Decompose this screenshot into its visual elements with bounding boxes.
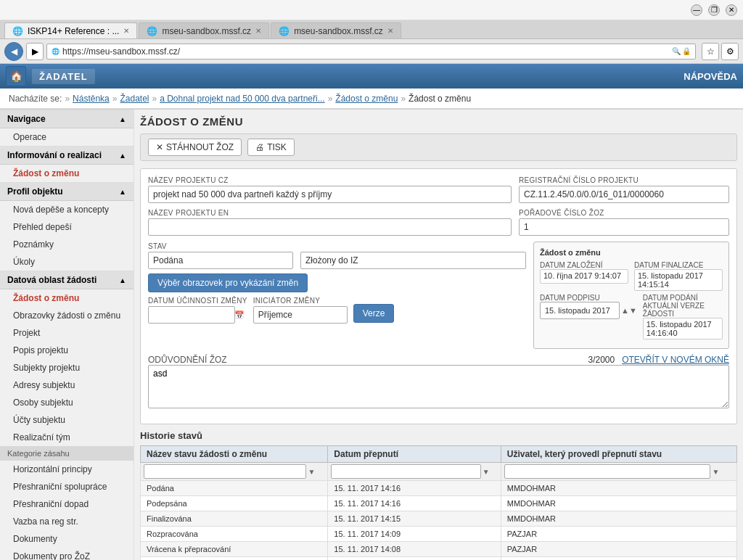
sidebar-item-dokumenty-zoz[interactable]: Dokumenty pro ŽoZ xyxy=(0,548,134,560)
sidebar-item-zadost-o-zmenu-2[interactable]: Žádost o změnu xyxy=(0,289,134,307)
sidebar-item-projekt[interactable]: Projekt xyxy=(0,324,134,342)
cell-stav: Podepsána xyxy=(141,496,328,511)
sidebar-item-ukoly[interactable]: Úkoly xyxy=(0,253,134,271)
sidebar-item-realizacni-tym[interactable]: Realizační tým xyxy=(0,429,134,446)
maximize-btn[interactable]: ❐ xyxy=(708,4,720,16)
tab-favicon-2: 🌐 xyxy=(279,26,290,36)
stav-iz-input[interactable] xyxy=(300,252,526,269)
history-title: Historie stavů xyxy=(140,430,737,441)
sidebar-section-profil-label: Profil objektu xyxy=(7,186,63,197)
col-uzivatel-label: Uživatel, který provedl přepnutí stavu xyxy=(507,449,662,459)
form-row-1: NÁZEV PROJEKTU CZ REGISTRAČNÍ ČÍSLO PROJ… xyxy=(148,176,729,203)
tab-close-1[interactable]: ✕ xyxy=(255,27,261,35)
registracni-cislo-input[interactable] xyxy=(519,186,729,203)
breadcrumb-link-0[interactable]: Nástěnka xyxy=(73,94,110,104)
forward-button[interactable]: ▶ xyxy=(26,43,44,60)
datum-ucinnosti-input[interactable] xyxy=(148,306,235,324)
vyber-obrazovek-button[interactable]: Výběr obrazovek pro vykázání změn xyxy=(148,273,308,292)
browser-address-toolbar: ◀ ▶ 🌐 https://mseu-sandbox.mssf.cz/ 🔍 🔒 … xyxy=(0,39,743,64)
history-section: Historie stavů Název stavu žádosti o změ… xyxy=(140,430,737,560)
sidebar-item-poznamky[interactable]: Poznámky xyxy=(0,236,134,253)
initiator-label: INICIÁTOR ZMĚNY xyxy=(253,297,348,305)
stav-section: STAV Výběr obrazovek pro vykázání změn xyxy=(148,242,526,349)
minimize-btn[interactable]: — xyxy=(691,4,702,16)
stav-input[interactable] xyxy=(148,252,293,269)
form-row-2: NÁZEV PROJEKTU EN POŘADOVÉ ČÍSLO ŽOZ xyxy=(148,209,729,236)
filter-uzivatel-input[interactable] xyxy=(504,464,711,479)
sidebar-item-vazba-reg[interactable]: Vazba na reg str. xyxy=(0,513,134,530)
stahnou-zoz-button[interactable]: ✕ STÁHNOUT ŽOZ xyxy=(148,139,242,156)
nazev-projektu-cz-input[interactable] xyxy=(148,186,512,203)
stahnou-zoz-icon: ✕ xyxy=(156,142,163,152)
star-button[interactable]: ☆ xyxy=(702,43,719,60)
tab-close-0[interactable]: ✕ xyxy=(123,27,129,35)
sidebar-item-preshranicni-dopad[interactable]: Přeshraniční dopad xyxy=(0,495,134,513)
sidebar-item-horizontalni[interactable]: Horizontální principy xyxy=(0,461,134,478)
history-table: Název stavu žádosti o změnu Datum přepnu… xyxy=(140,445,737,560)
sidebar-item-subjekty[interactable]: Subjekty projektu xyxy=(0,359,134,376)
tab-1[interactable]: 🌐 mseu-sandbox.mssf.cz ✕ xyxy=(139,22,269,38)
sidebar-section-datova-label: Datová oblast žádosti xyxy=(7,275,97,285)
tab-favicon-1: 🌐 xyxy=(147,26,157,36)
sidebar-section-profil[interactable]: Profil objektu ▲ xyxy=(0,182,134,201)
initiator-input[interactable] xyxy=(253,306,348,324)
tisk-button[interactable]: 🖨 TISK xyxy=(247,139,295,156)
cell-uzivatel: MMDOHMAR xyxy=(501,481,736,496)
datum-podpisu-spinner[interactable]: ▲▼ xyxy=(621,306,637,315)
cell-uzivatel: PAZJAR xyxy=(501,542,736,557)
sidebar-section-informovani[interactable]: Informování o realizaci ▲ xyxy=(0,146,134,165)
datum-finalizace-value: 15. listopadu 2017 14:15:14 xyxy=(634,269,723,291)
poradove-cislo-group: POŘADOVÉ ČÍSLO ŽOZ xyxy=(519,209,729,236)
sidebar-item-operace[interactable]: Operace xyxy=(0,128,134,146)
datum-initiator-row: DATUM ÚČINNOSTI ZMĚNY 📅 INICIÁTOR ZMĚNY … xyxy=(148,297,526,324)
help-button[interactable]: NÁPOVĚDA xyxy=(684,71,737,82)
verze-button[interactable]: Verze xyxy=(353,304,395,323)
sidebar-section-navigace[interactable]: Navigace ▲ xyxy=(0,110,134,128)
calendar-icon[interactable]: 📅 xyxy=(234,310,245,320)
tab-2[interactable]: 🌐 mseu-sandbox.mssf.cz ✕ xyxy=(271,22,401,38)
tisk-icon: 🖨 xyxy=(255,142,264,152)
breadcrumb-link-2[interactable]: a Dohnal projekt nad 50 000 dva partneři… xyxy=(160,94,324,104)
close-btn[interactable]: ✕ xyxy=(726,4,737,16)
col-datum-label: Datum přepnutí xyxy=(334,449,398,459)
settings-button[interactable]: ⚙ xyxy=(721,43,739,60)
breadcrumb-link-3[interactable]: Žádost o změnu xyxy=(335,94,398,104)
sidebar-section-datova[interactable]: Datová oblast žádosti ▲ xyxy=(0,271,134,289)
home-button[interactable]: 🏠 xyxy=(6,66,26,86)
breadcrumb-link-1[interactable]: Žadatel xyxy=(120,94,149,104)
filter-stav-input[interactable] xyxy=(144,464,306,479)
datum-podpisu-input[interactable] xyxy=(540,302,620,319)
datum-zalozeni-field: DATUM ZALOŽENÍ 10. října 2017 9:14:07 xyxy=(540,261,628,291)
sidebar-item-adresy[interactable]: Adresy subjektu xyxy=(0,376,134,394)
filter-stav-icon: ▼ xyxy=(308,468,315,476)
sidebar-item-ucty[interactable]: Účty subjektu xyxy=(0,411,134,429)
cell-datum: 15. 11. 2017 14:09 xyxy=(328,527,501,542)
oduvodneni-section: ODŮVODNĚNÍ ŽOZ 3/2000 Otevřít v novém ok… xyxy=(148,355,729,411)
sidebar-item-obrazovky[interactable]: Obrazovky žádosti o změnu xyxy=(0,307,134,324)
poradove-cislo-input[interactable] xyxy=(519,218,729,236)
sidebar-item-preshranicni-spoluprace[interactable]: Přeshraniční spolupráce xyxy=(0,478,134,495)
oduvodneni-link[interactable]: Otevřít v novém okně xyxy=(622,355,729,365)
main-form: NÁZEV PROJEKTU CZ REGISTRAČNÍ ČÍSLO PROJ… xyxy=(140,168,737,424)
sidebar-item-prehled-depesi[interactable]: Přehled depeší xyxy=(0,218,134,236)
filter-uzivatel-icon: ▼ xyxy=(712,468,719,476)
table-row: Rozpracována 15. 11. 2017 14:09 PAZJAR xyxy=(141,527,737,542)
sidebar-item-osoby[interactable]: Osoby subjektu xyxy=(0,394,134,411)
sidebar-item-zadost-o-zmenu-1[interactable]: Žádost o změnu xyxy=(0,165,134,182)
zoz-row-1: DATUM ZALOŽENÍ 10. října 2017 9:14:07 DA… xyxy=(540,261,723,291)
table-row: Podepsána 15. 11. 2017 14:16 MMDOHMAR xyxy=(141,496,737,511)
oduvodneni-textarea[interactable]: asd xyxy=(148,365,729,408)
sidebar-item-popis-projektu[interactable]: Popis projektu xyxy=(0,342,134,359)
sidebar-item-dokumenty[interactable]: Dokumenty xyxy=(0,530,134,548)
nazev-projektu-en-input[interactable] xyxy=(148,218,512,236)
back-button[interactable]: ◀ xyxy=(4,42,23,61)
search-icon[interactable]: 🔍 xyxy=(672,47,681,55)
sidebar-item-nova-depese[interactable]: Nová depěše a koncepty xyxy=(0,201,134,218)
oduvodneni-label-row: ODŮVODNĚNÍ ŽOZ 3/2000 Otevřít v novém ok… xyxy=(148,355,729,365)
address-bar[interactable]: 🌐 https://mseu-sandbox.mssf.cz/ 🔍 🔒 xyxy=(46,44,696,59)
tab-close-2[interactable]: ✕ xyxy=(387,27,393,35)
sidebar-chevron-profil: ▲ xyxy=(119,188,126,196)
page-title: ŽÁDOST O ZMĚNU xyxy=(140,115,737,128)
filter-datum-input[interactable] xyxy=(331,464,480,479)
tab-0[interactable]: 🌐 ISKP14+ Reference : ... ✕ xyxy=(4,22,137,38)
